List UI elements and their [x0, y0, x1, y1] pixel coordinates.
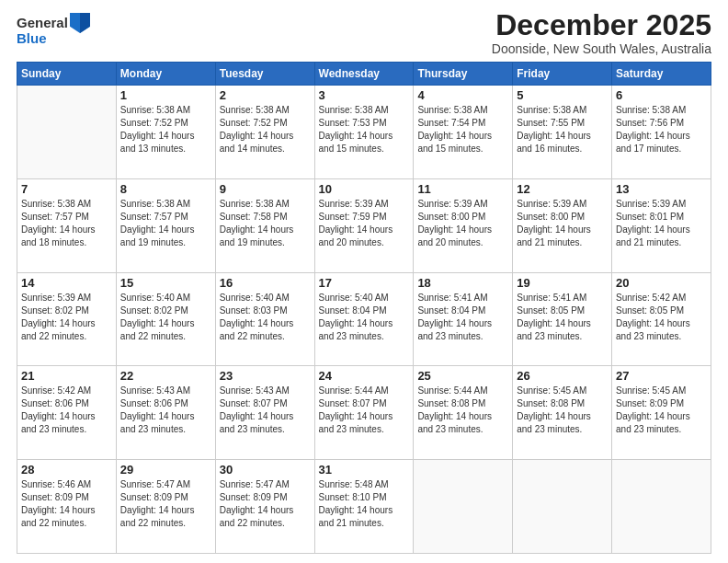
day-content: Sunrise: 5:42 AM Sunset: 8:06 PM Dayligh…	[21, 385, 112, 436]
day-number: 12	[517, 182, 608, 196]
day-content: Sunrise: 5:46 AM Sunset: 8:09 PM Dayligh…	[21, 478, 112, 530]
calendar-cell: 23Sunrise: 5:43 AM Sunset: 8:07 PM Dayli…	[215, 366, 314, 460]
week-row-4: 21Sunrise: 5:42 AM Sunset: 8:06 PM Dayli…	[17, 366, 711, 460]
title-block: December 2025 Doonside, New South Wales,…	[492, 9, 711, 56]
day-number: 20	[616, 276, 707, 290]
calendar-cell: 16Sunrise: 5:40 AM Sunset: 8:03 PM Dayli…	[215, 272, 314, 366]
day-number: 31	[319, 463, 410, 477]
calendar-cell: 7Sunrise: 5:38 AM Sunset: 7:57 PM Daylig…	[17, 178, 117, 272]
day-content: Sunrise: 5:47 AM Sunset: 8:09 PM Dayligh…	[220, 478, 311, 530]
calendar-cell: 19Sunrise: 5:41 AM Sunset: 8:05 PM Dayli…	[513, 272, 612, 366]
calendar-cell	[17, 86, 117, 179]
calendar-cell: 2Sunrise: 5:38 AM Sunset: 7:52 PM Daylig…	[215, 86, 314, 179]
day-number: 21	[21, 369, 112, 383]
week-row-3: 14Sunrise: 5:39 AM Sunset: 8:02 PM Dayli…	[17, 272, 711, 366]
day-content: Sunrise: 5:39 AM Sunset: 8:01 PM Dayligh…	[616, 198, 707, 249]
day-number: 4	[417, 88, 508, 102]
day-number: 14	[21, 276, 112, 290]
day-number: 1	[120, 88, 211, 102]
calendar-cell: 4Sunrise: 5:38 AM Sunset: 7:54 PM Daylig…	[414, 86, 513, 179]
day-number: 30	[220, 463, 311, 477]
day-number: 17	[319, 276, 410, 290]
day-content: Sunrise: 5:38 AM Sunset: 7:55 PM Dayligh…	[517, 104, 608, 155]
day-number: 26	[517, 369, 608, 383]
page: General Blue December 2025 Doonside, New…	[0, 0, 728, 563]
calendar-cell: 22Sunrise: 5:43 AM Sunset: 8:06 PM Dayli…	[116, 366, 215, 460]
day-content: Sunrise: 5:47 AM Sunset: 8:09 PM Dayligh…	[120, 478, 211, 530]
day-number: 6	[616, 88, 707, 102]
day-content: Sunrise: 5:45 AM Sunset: 8:08 PM Dayligh…	[517, 385, 608, 436]
calendar-cell: 9Sunrise: 5:38 AM Sunset: 7:58 PM Daylig…	[215, 178, 314, 272]
day-content: Sunrise: 5:38 AM Sunset: 7:52 PM Dayligh…	[220, 104, 311, 155]
day-number: 18	[417, 276, 508, 290]
calendar-cell: 28Sunrise: 5:46 AM Sunset: 8:09 PM Dayli…	[17, 460, 117, 554]
day-content: Sunrise: 5:38 AM Sunset: 7:52 PM Dayligh…	[120, 104, 211, 155]
day-content: Sunrise: 5:43 AM Sunset: 8:07 PM Dayligh…	[220, 385, 311, 436]
day-content: Sunrise: 5:48 AM Sunset: 8:10 PM Dayligh…	[319, 478, 410, 530]
day-number: 3	[319, 88, 410, 102]
day-number: 24	[319, 369, 410, 383]
location: Doonside, New South Wales, Australia	[492, 41, 711, 56]
day-content: Sunrise: 5:39 AM Sunset: 8:02 PM Dayligh…	[21, 292, 112, 343]
logo-icon	[70, 13, 90, 33]
month-title: December 2025	[492, 9, 711, 41]
calendar-cell: 13Sunrise: 5:39 AM Sunset: 8:01 PM Dayli…	[612, 178, 711, 272]
calendar-cell	[612, 460, 711, 554]
day-number: 16	[220, 276, 311, 290]
day-number: 23	[220, 369, 311, 383]
day-content: Sunrise: 5:40 AM Sunset: 8:03 PM Dayligh…	[220, 292, 311, 343]
calendar-cell: 14Sunrise: 5:39 AM Sunset: 8:02 PM Dayli…	[17, 272, 117, 366]
calendar-cell: 8Sunrise: 5:38 AM Sunset: 7:57 PM Daylig…	[116, 178, 215, 272]
logo-blue: Blue	[17, 31, 90, 47]
day-number: 27	[616, 369, 707, 383]
day-number: 29	[120, 463, 211, 477]
col-header-monday: Monday	[116, 63, 215, 86]
day-content: Sunrise: 5:41 AM Sunset: 8:04 PM Dayligh…	[417, 292, 508, 343]
calendar-cell: 20Sunrise: 5:42 AM Sunset: 8:05 PM Dayli…	[612, 272, 711, 366]
day-content: Sunrise: 5:38 AM Sunset: 7:57 PM Dayligh…	[21, 198, 112, 249]
calendar-cell: 24Sunrise: 5:44 AM Sunset: 8:07 PM Dayli…	[314, 366, 414, 460]
day-content: Sunrise: 5:38 AM Sunset: 7:57 PM Dayligh…	[120, 198, 211, 249]
day-content: Sunrise: 5:38 AM Sunset: 7:56 PM Dayligh…	[616, 104, 707, 155]
day-content: Sunrise: 5:44 AM Sunset: 8:07 PM Dayligh…	[319, 385, 410, 436]
calendar-cell: 1Sunrise: 5:38 AM Sunset: 7:52 PM Daylig…	[116, 86, 215, 179]
week-row-2: 7Sunrise: 5:38 AM Sunset: 7:57 PM Daylig…	[17, 178, 711, 272]
calendar-cell: 5Sunrise: 5:38 AM Sunset: 7:55 PM Daylig…	[513, 86, 612, 179]
day-content: Sunrise: 5:38 AM Sunset: 7:54 PM Dayligh…	[417, 104, 508, 155]
day-content: Sunrise: 5:38 AM Sunset: 7:58 PM Dayligh…	[220, 198, 311, 249]
day-content: Sunrise: 5:42 AM Sunset: 8:05 PM Dayligh…	[616, 292, 707, 343]
day-content: Sunrise: 5:39 AM Sunset: 8:00 PM Dayligh…	[417, 198, 508, 249]
calendar-cell: 6Sunrise: 5:38 AM Sunset: 7:56 PM Daylig…	[612, 86, 711, 179]
day-content: Sunrise: 5:40 AM Sunset: 8:04 PM Dayligh…	[319, 292, 410, 343]
col-header-friday: Friday	[513, 63, 612, 86]
calendar-cell: 31Sunrise: 5:48 AM Sunset: 8:10 PM Dayli…	[314, 460, 414, 554]
day-content: Sunrise: 5:45 AM Sunset: 8:09 PM Dayligh…	[616, 385, 707, 436]
day-content: Sunrise: 5:43 AM Sunset: 8:06 PM Dayligh…	[120, 385, 211, 436]
day-content: Sunrise: 5:38 AM Sunset: 7:53 PM Dayligh…	[319, 104, 410, 155]
day-number: 25	[417, 369, 508, 383]
calendar-header-row: SundayMondayTuesdayWednesdayThursdayFrid…	[17, 63, 711, 86]
day-number: 9	[220, 182, 311, 196]
day-content: Sunrise: 5:39 AM Sunset: 8:00 PM Dayligh…	[517, 198, 608, 249]
week-row-5: 28Sunrise: 5:46 AM Sunset: 8:09 PM Dayli…	[17, 460, 711, 554]
day-number: 8	[120, 182, 211, 196]
calendar-cell: 21Sunrise: 5:42 AM Sunset: 8:06 PM Dayli…	[17, 366, 117, 460]
calendar-cell: 10Sunrise: 5:39 AM Sunset: 7:59 PM Dayli…	[314, 178, 414, 272]
day-content: Sunrise: 5:39 AM Sunset: 7:59 PM Dayligh…	[319, 198, 410, 249]
col-header-sunday: Sunday	[17, 63, 117, 86]
col-header-tuesday: Tuesday	[215, 63, 314, 86]
day-number: 11	[417, 182, 508, 196]
col-header-wednesday: Wednesday	[314, 63, 414, 86]
calendar-cell: 26Sunrise: 5:45 AM Sunset: 8:08 PM Dayli…	[513, 366, 612, 460]
week-row-1: 1Sunrise: 5:38 AM Sunset: 7:52 PM Daylig…	[17, 86, 711, 179]
day-number: 10	[319, 182, 410, 196]
calendar-table: SundayMondayTuesdayWednesdayThursdayFrid…	[17, 62, 711, 554]
calendar-cell: 30Sunrise: 5:47 AM Sunset: 8:09 PM Dayli…	[215, 460, 314, 554]
col-header-saturday: Saturday	[612, 63, 711, 86]
day-number: 28	[21, 463, 112, 477]
calendar-cell	[414, 460, 513, 554]
day-number: 7	[21, 182, 112, 196]
col-header-thursday: Thursday	[414, 63, 513, 86]
day-content: Sunrise: 5:44 AM Sunset: 8:08 PM Dayligh…	[417, 385, 508, 436]
day-number: 2	[220, 88, 311, 102]
